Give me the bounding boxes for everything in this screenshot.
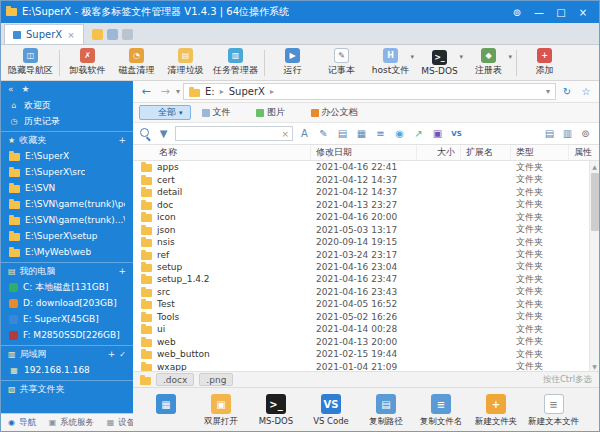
favorite-item[interactable]: E:\SVN\game(trunk)...\application bbox=[1, 212, 133, 228]
breadcrumb[interactable]: E: ▸ SuperX ▸ ▾ bbox=[183, 83, 556, 100]
add-favorite-icon[interactable]: + bbox=[118, 135, 126, 145]
maximize-button[interactable]: □ bbox=[550, 3, 572, 21]
column-ext[interactable]: 扩展名 bbox=[461, 145, 511, 160]
scroll-up-icon[interactable]: ▲ bbox=[592, 161, 597, 171]
column-name[interactable]: 名称 bbox=[133, 145, 311, 160]
drive-item[interactable]: C: 本地磁盘[131GB] bbox=[1, 279, 133, 295]
file-row[interactable]: cert 2021-04-12 14:37 文件夹 bbox=[133, 173, 589, 185]
clean-junk-button[interactable]: ▤清理垃圾▾ bbox=[161, 46, 210, 80]
view-icons-icon[interactable]: ▦ bbox=[354, 126, 369, 141]
dev-tab-tab[interactable]: ▦设备 bbox=[100, 414, 133, 431]
favorite-item[interactable]: E:\MyWeb\web bbox=[1, 244, 133, 260]
vertical-scrollbar[interactable]: ▲ ▼ bbox=[589, 161, 599, 371]
file-row[interactable]: apps 2021-04-16 22:41 文件夹 bbox=[133, 161, 589, 173]
file-row[interactable]: web 2021-04-13 20:00 文件夹 bbox=[133, 336, 589, 348]
address-dropdown-icon[interactable]: ▾ bbox=[546, 87, 550, 96]
drive-item[interactable]: F: M2850SSD[226GB] bbox=[1, 327, 133, 343]
uninstall-button[interactable]: ✗卸载软件▾ bbox=[63, 46, 112, 80]
tab-close-icon[interactable]: × bbox=[67, 30, 75, 40]
file-row[interactable]: ref 2021-03-24 23:17 文件夹 bbox=[133, 248, 589, 260]
file-filter-filter[interactable]: 文件▾ bbox=[194, 105, 246, 120]
clear-icon[interactable]: × bbox=[281, 129, 289, 139]
new-folder-button[interactable]: + 新建文件夹 bbox=[473, 394, 519, 425]
extension-filter-chip[interactable]: .docx bbox=[156, 373, 194, 386]
preview-icon[interactable]: ◉ bbox=[392, 126, 407, 141]
minimize-button[interactable]: — bbox=[528, 3, 550, 21]
rename-icon[interactable]: ✎ bbox=[316, 126, 331, 141]
column-type[interactable]: 类型 bbox=[511, 145, 569, 160]
check-icon[interactable]: ✓ bbox=[119, 350, 126, 359]
file-row[interactable]: nsis 2020-09-14 19:15 文件夹 bbox=[133, 236, 589, 248]
office-filter-filter[interactable]: 办公文档▾ bbox=[303, 105, 373, 120]
column-date[interactable]: 修改日期 bbox=[311, 145, 417, 160]
view-list-icon[interactable]: ≡ bbox=[373, 126, 388, 141]
file-row[interactable]: setup_1.4.2 2021-04-16 23:47 文件夹 bbox=[133, 273, 589, 285]
purple-app-icon[interactable]: ▣ bbox=[430, 126, 445, 141]
search-icon[interactable] bbox=[139, 127, 152, 140]
add-lan-icon[interactable]: + bbox=[108, 349, 116, 359]
sidebar-item-welcome[interactable]: ⌂ 欢迎页 bbox=[1, 97, 133, 113]
column-size[interactable]: 大小 bbox=[417, 145, 461, 160]
filter-input[interactable]: × bbox=[175, 126, 293, 141]
file-row[interactable]: ui 2021-04-14 00:28 文件夹 bbox=[133, 323, 589, 335]
favorite-item[interactable]: E:\SuperX bbox=[1, 148, 133, 164]
layout-columns-icon[interactable]: ▤ bbox=[542, 126, 557, 141]
sort-icon[interactable]: A bbox=[297, 126, 312, 141]
collapse-sidebar-icon[interactable]: « bbox=[8, 84, 14, 94]
extension-filter-chip[interactable]: .png bbox=[199, 373, 233, 386]
view-details-icon[interactable]: ▤ bbox=[335, 126, 350, 141]
new-text-button[interactable]: ≡ 新建文本文件 bbox=[528, 394, 579, 425]
settings-gear-icon[interactable]: ⊚ bbox=[578, 126, 593, 141]
refresh-drives-icon[interactable]: + bbox=[118, 266, 126, 276]
hide-nav-button[interactable]: ◫隐藏导航区▾ bbox=[5, 46, 56, 80]
file-row[interactable]: src 2021-04-16 23:43 文件夹 bbox=[133, 286, 589, 298]
breadcrumb-drive[interactable]: E: bbox=[202, 86, 218, 97]
file-row[interactable]: setup 2021-04-16 23:04 文件夹 bbox=[133, 261, 589, 273]
vscode-button[interactable]: VS VS Code bbox=[308, 394, 354, 425]
refresh-icon[interactable]: ↻ bbox=[559, 84, 575, 100]
all-filter[interactable]: 全部▾ bbox=[139, 105, 191, 120]
msdos-button[interactable]: >_MS-DOS▾ bbox=[415, 46, 464, 80]
tab-superx[interactable]: SuperX × bbox=[4, 24, 84, 44]
file-row[interactable]: web_button 2021-02-15 19:44 文件夹 bbox=[133, 348, 589, 360]
file-row[interactable]: Test 2021-04-05 16:52 文件夹 bbox=[133, 298, 589, 310]
image-filter-filter[interactable]: 图片▾ bbox=[248, 105, 300, 120]
drive-item[interactable]: E: SuperX[45GB] bbox=[1, 311, 133, 327]
copy-path-button[interactable]: ▤ 复制路径 bbox=[363, 394, 409, 425]
favorite-item[interactable]: E:\SuperX\src bbox=[1, 164, 133, 180]
history-dropdown-icon[interactable]: ▾ bbox=[176, 87, 180, 96]
clone-tab-icon[interactable] bbox=[122, 29, 133, 40]
add-button[interactable]: +添加▾ bbox=[520, 46, 569, 80]
favorite-star-icon[interactable]: ☆ bbox=[578, 84, 594, 100]
lan-item[interactable]: ▦ 192.168.1.168 bbox=[1, 362, 133, 378]
notepad-button[interactable]: ✎记事本▾ bbox=[317, 46, 366, 80]
disk-clean-button[interactable]: ◔磁盘清理▾ bbox=[112, 46, 161, 80]
document-icon[interactable] bbox=[107, 29, 118, 40]
file-row[interactable]: json 2021-05-03 13:17 文件夹 bbox=[133, 223, 589, 235]
drive-item[interactable]: D: download[203GB] bbox=[1, 295, 133, 311]
run-button[interactable]: ▶运行▾ bbox=[268, 46, 317, 80]
breadcrumb-folder[interactable]: SuperX bbox=[226, 86, 268, 97]
close-button[interactable]: × bbox=[572, 3, 594, 21]
svc-tab-tab[interactable]: ▣系统服务 bbox=[42, 414, 100, 431]
layout-panes-icon[interactable]: ▥ bbox=[560, 126, 575, 141]
scroll-down-icon[interactable]: ▼ bbox=[592, 361, 597, 371]
file-row[interactable]: doc 2021-04-13 23:27 文件夹 bbox=[133, 198, 589, 210]
file-row[interactable]: icon 2021-04-16 20:00 文件夹 bbox=[133, 211, 589, 223]
scrollbar-thumb[interactable] bbox=[591, 173, 599, 231]
file-row[interactable]: wxapp 2021-01-04 21:09 文件夹 bbox=[133, 361, 589, 372]
registry-button[interactable]: ◆注册表▾ bbox=[464, 46, 513, 80]
favorite-item[interactable]: E:\SuperX\setup bbox=[1, 228, 133, 244]
hosts-button[interactable]: Hhost文件▾ bbox=[366, 46, 415, 80]
dual-pane-button[interactable]: ▣ 双屏打开 bbox=[198, 394, 244, 425]
share-icon[interactable]: ↗ bbox=[411, 126, 426, 141]
gear-icon[interactable]: ⊚ bbox=[506, 3, 528, 21]
msdos-big-button[interactable]: >_ MS-DOS bbox=[253, 394, 299, 425]
file-row[interactable]: Tools 2021-05-02 16:26 文件夹 bbox=[133, 311, 589, 323]
favorite-item[interactable]: E:\SVN bbox=[1, 180, 133, 196]
vscode-icon[interactable]: VS bbox=[449, 126, 464, 141]
filter-funnel-icon[interactable]: ▼ bbox=[156, 126, 171, 141]
column-attr[interactable]: 属性 bbox=[569, 145, 597, 160]
pin-icon[interactable]: ★ bbox=[22, 84, 30, 94]
file-row[interactable]: detail 2021-04-12 14:37 文件夹 bbox=[133, 186, 589, 198]
